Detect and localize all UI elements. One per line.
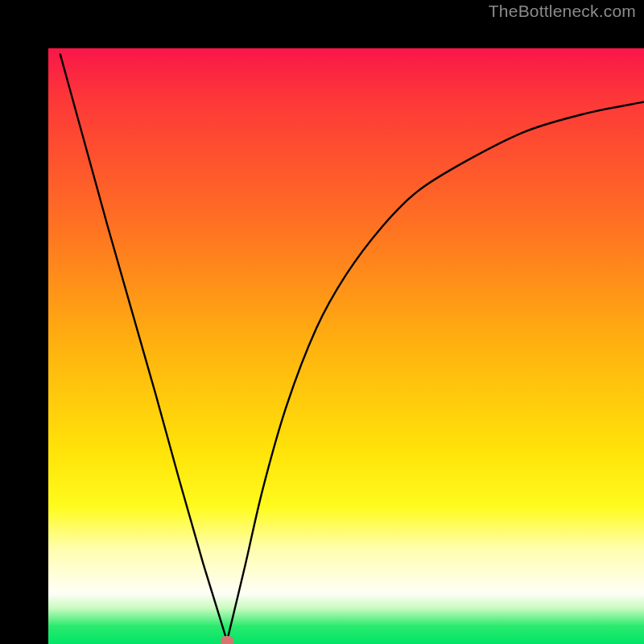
chart-plot-area (48, 48, 644, 644)
watermark-text: TheBottleneck.com (489, 2, 636, 21)
chart-curve (48, 48, 644, 644)
minimum-marker (221, 636, 233, 644)
chart-frame (0, 0, 644, 644)
curve-right-branch (227, 102, 644, 642)
curve-left-branch (60, 54, 227, 641)
